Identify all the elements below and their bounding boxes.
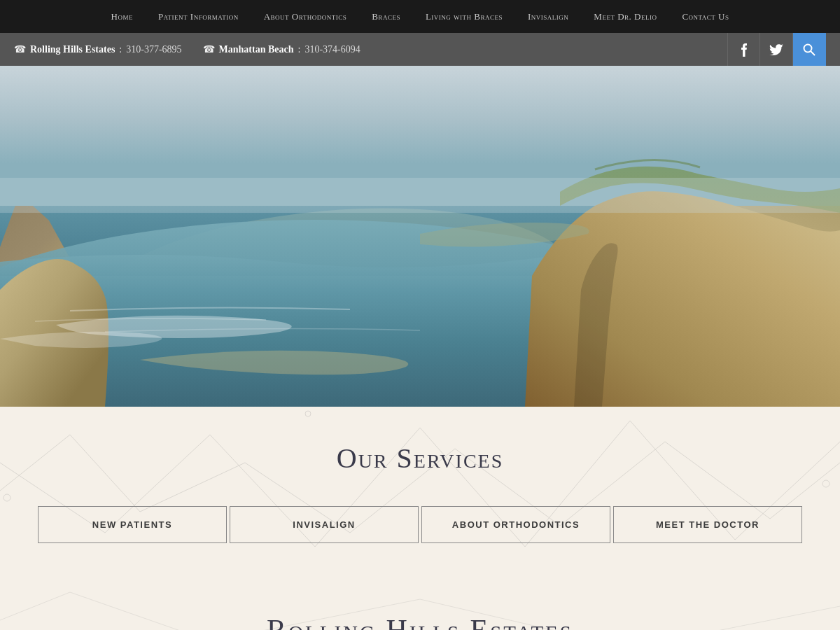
- contact-bar: ☎ Rolling Hills Estates : 310-377-6895 ☎…: [0, 33, 840, 66]
- hero-background: [0, 66, 840, 407]
- social-icons: [727, 33, 826, 66]
- search-button[interactable]: [793, 33, 826, 66]
- facebook-button[interactable]: [727, 33, 760, 66]
- nav-living-braces[interactable]: Living with Braces: [413, 11, 515, 22]
- nav-about-ortho[interactable]: About Orthodontics: [251, 11, 360, 22]
- landscape-svg: [0, 66, 840, 407]
- phone-icon-2: ☎: [203, 43, 215, 55]
- svg-rect-5: [0, 178, 840, 213]
- invisalign-button[interactable]: INVISALIGN: [230, 506, 419, 543]
- city-1: Rolling Hills Estates: [30, 44, 115, 55]
- phone-icon-1: ☎: [14, 43, 26, 55]
- nav-home[interactable]: Home: [99, 11, 146, 22]
- hero-image: [0, 66, 840, 407]
- svg-point-23: [4, 494, 10, 501]
- svg-line-29: [420, 599, 630, 630]
- about-ortho-button[interactable]: ABOUT ORTHODONTICS: [421, 506, 610, 543]
- locations: ☎ Rolling Hills Estates : 310-377-6895 ☎…: [14, 43, 727, 55]
- rolling-hills-geo-pattern: [0, 585, 840, 630]
- svg-point-24: [822, 480, 830, 487]
- services-buttons: NEW PATIENTS INVISALIGN ABOUT ORTHODONTI…: [36, 506, 804, 543]
- separator-2: :: [298, 44, 301, 55]
- svg-line-30: [630, 606, 840, 630]
- svg-line-1: [811, 51, 815, 55]
- nav-patient-info[interactable]: Patient Information: [146, 11, 251, 22]
- city-2: Manhattan Beach: [219, 44, 294, 55]
- twitter-icon: [769, 44, 783, 55]
- svg-line-6: [0, 435, 70, 491]
- nav-contact[interactable]: Contact Us: [669, 11, 741, 22]
- svg-line-26: [0, 592, 70, 620]
- nav-invisalign[interactable]: Invisalign: [515, 11, 581, 22]
- svg-line-8: [140, 463, 245, 512]
- services-section: Our Services NEW PATIENTS INVISALIGN ABO…: [0, 407, 840, 585]
- location-2: ☎ Manhattan Beach : 310-374-6094: [203, 43, 360, 55]
- facebook-icon: [741, 43, 748, 57]
- new-patients-button[interactable]: NEW PATIENTS: [38, 506, 227, 543]
- search-icon: [803, 43, 816, 56]
- main-nav: Home Patient Information About Orthodont…: [0, 0, 840, 33]
- nav-braces[interactable]: Braces: [359, 11, 413, 22]
- phone-1: 310-377-6895: [126, 44, 181, 55]
- svg-line-28: [210, 599, 420, 630]
- rolling-hills-section: Rolling Hills Estates: [0, 585, 840, 630]
- nav-meet-dr[interactable]: Meet Dr. Delio: [581, 11, 669, 22]
- svg-point-25: [305, 411, 311, 416]
- meet-doctor-button[interactable]: MEET THE DOCTOR: [613, 506, 802, 543]
- svg-line-27: [70, 592, 210, 630]
- phone-2: 310-374-6094: [304, 44, 360, 55]
- svg-point-0: [804, 44, 812, 52]
- services-title: Our Services: [337, 442, 503, 475]
- separator-1: :: [119, 44, 122, 55]
- geo-pattern: [0, 407, 840, 575]
- twitter-button[interactable]: [760, 33, 793, 66]
- svg-line-7: [70, 435, 140, 512]
- location-1: ☎ Rolling Hills Estates : 310-377-6895: [14, 43, 182, 55]
